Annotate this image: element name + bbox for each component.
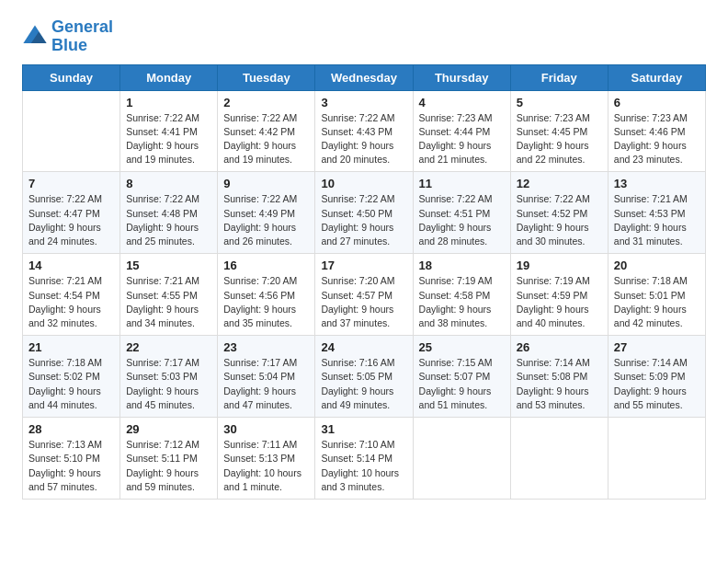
calendar-cell: [608, 418, 705, 500]
day-info: Sunrise: 7:22 AM Sunset: 4:42 PM Dayligh…: [223, 111, 309, 167]
day-number: 29: [126, 422, 211, 436]
weekday-header: Monday: [120, 64, 218, 90]
day-info: Sunrise: 7:22 AM Sunset: 4:51 PM Dayligh…: [419, 192, 505, 248]
day-number: 8: [126, 177, 211, 190]
day-number: 12: [517, 177, 602, 190]
calendar-header-row: SundayMondayTuesdayWednesdayThursdayFrid…: [23, 64, 706, 90]
day-info: Sunrise: 7:16 AM Sunset: 5:05 PM Dayligh…: [321, 356, 406, 412]
day-info: Sunrise: 7:22 AM Sunset: 4:49 PM Dayligh…: [223, 192, 309, 248]
day-number: 24: [321, 340, 406, 354]
calendar-cell: [413, 418, 510, 500]
day-info: Sunrise: 7:12 AM Sunset: 5:11 PM Dayligh…: [126, 438, 211, 494]
calendar-body: 1Sunrise: 7:22 AM Sunset: 4:41 PM Daylig…: [23, 90, 706, 499]
day-info: Sunrise: 7:17 AM Sunset: 5:03 PM Dayligh…: [126, 356, 211, 412]
calendar-cell: 31Sunrise: 7:10 AM Sunset: 5:14 PM Dayli…: [315, 418, 413, 500]
logo-icon: [22, 24, 48, 50]
day-info: Sunrise: 7:21 AM Sunset: 4:54 PM Dayligh…: [28, 274, 114, 330]
calendar-cell: 30Sunrise: 7:11 AM Sunset: 5:13 PM Dayli…: [218, 418, 315, 500]
day-number: 11: [419, 177, 505, 190]
day-number: 28: [28, 422, 114, 436]
day-number: 7: [28, 177, 114, 190]
day-info: Sunrise: 7:23 AM Sunset: 4:45 PM Dayligh…: [517, 111, 602, 167]
calendar-week-row: 28Sunrise: 7:13 AM Sunset: 5:10 PM Dayli…: [23, 418, 706, 500]
calendar: SundayMondayTuesdayWednesdayThursdayFrid…: [22, 64, 706, 500]
day-number: 18: [419, 259, 505, 272]
day-info: Sunrise: 7:19 AM Sunset: 4:59 PM Dayligh…: [517, 274, 602, 330]
calendar-cell: 11Sunrise: 7:22 AM Sunset: 4:51 PM Dayli…: [413, 172, 510, 254]
day-number: 19: [517, 259, 602, 272]
day-info: Sunrise: 7:20 AM Sunset: 4:57 PM Dayligh…: [321, 274, 406, 330]
day-number: 27: [614, 340, 700, 354]
calendar-cell: 15Sunrise: 7:21 AM Sunset: 4:55 PM Dayli…: [120, 254, 218, 336]
day-number: 17: [321, 259, 406, 272]
day-info: Sunrise: 7:22 AM Sunset: 4:43 PM Dayligh…: [321, 111, 406, 167]
calendar-cell: 16Sunrise: 7:20 AM Sunset: 4:56 PM Dayli…: [218, 254, 315, 336]
calendar-cell: 13Sunrise: 7:21 AM Sunset: 4:53 PM Dayli…: [608, 172, 705, 254]
day-info: Sunrise: 7:17 AM Sunset: 5:04 PM Dayligh…: [223, 356, 309, 412]
calendar-cell: 2Sunrise: 7:22 AM Sunset: 4:42 PM Daylig…: [218, 90, 315, 172]
day-info: Sunrise: 7:21 AM Sunset: 4:53 PM Dayligh…: [614, 192, 700, 248]
day-info: Sunrise: 7:23 AM Sunset: 4:44 PM Dayligh…: [419, 111, 505, 167]
day-number: 21: [28, 340, 114, 354]
calendar-cell: 23Sunrise: 7:17 AM Sunset: 5:04 PM Dayli…: [218, 336, 315, 418]
calendar-cell: 26Sunrise: 7:14 AM Sunset: 5:08 PM Dayli…: [510, 336, 608, 418]
calendar-cell: 22Sunrise: 7:17 AM Sunset: 5:03 PM Dayli…: [120, 336, 218, 418]
day-info: Sunrise: 7:20 AM Sunset: 4:56 PM Dayligh…: [223, 274, 309, 330]
day-number: 3: [321, 96, 406, 109]
day-info: Sunrise: 7:13 AM Sunset: 5:10 PM Dayligh…: [28, 438, 114, 494]
day-info: Sunrise: 7:11 AM Sunset: 5:13 PM Dayligh…: [223, 438, 309, 494]
day-number: 20: [614, 259, 700, 272]
day-info: Sunrise: 7:23 AM Sunset: 4:46 PM Dayligh…: [614, 111, 700, 167]
logo-text: General Blue: [51, 18, 113, 55]
calendar-cell: 12Sunrise: 7:22 AM Sunset: 4:52 PM Dayli…: [510, 172, 608, 254]
day-info: Sunrise: 7:18 AM Sunset: 5:01 PM Dayligh…: [614, 274, 700, 330]
day-number: 1: [126, 96, 211, 109]
day-info: Sunrise: 7:18 AM Sunset: 5:02 PM Dayligh…: [28, 356, 114, 412]
day-info: Sunrise: 7:10 AM Sunset: 5:14 PM Dayligh…: [321, 438, 406, 494]
calendar-week-row: 7Sunrise: 7:22 AM Sunset: 4:47 PM Daylig…: [23, 172, 706, 254]
calendar-cell: [510, 418, 608, 500]
day-info: Sunrise: 7:22 AM Sunset: 4:52 PM Dayligh…: [517, 192, 602, 248]
day-number: 23: [223, 340, 309, 354]
calendar-cell: 14Sunrise: 7:21 AM Sunset: 4:54 PM Dayli…: [23, 254, 120, 336]
calendar-cell: 10Sunrise: 7:22 AM Sunset: 4:50 PM Dayli…: [315, 172, 413, 254]
calendar-cell: 28Sunrise: 7:13 AM Sunset: 5:10 PM Dayli…: [23, 418, 120, 500]
calendar-cell: 4Sunrise: 7:23 AM Sunset: 4:44 PM Daylig…: [413, 90, 510, 172]
day-number: 15: [126, 259, 211, 272]
calendar-cell: 8Sunrise: 7:22 AM Sunset: 4:48 PM Daylig…: [120, 172, 218, 254]
weekday-header: Saturday: [608, 64, 705, 90]
calendar-week-row: 14Sunrise: 7:21 AM Sunset: 4:54 PM Dayli…: [23, 254, 706, 336]
calendar-cell: 7Sunrise: 7:22 AM Sunset: 4:47 PM Daylig…: [23, 172, 120, 254]
calendar-cell: 24Sunrise: 7:16 AM Sunset: 5:05 PM Dayli…: [315, 336, 413, 418]
day-number: 13: [614, 177, 700, 190]
page: General Blue SundayMondayTuesdayWednesda…: [0, 0, 728, 514]
day-number: 2: [223, 96, 309, 109]
day-info: Sunrise: 7:14 AM Sunset: 5:08 PM Dayligh…: [517, 356, 602, 412]
day-info: Sunrise: 7:21 AM Sunset: 4:55 PM Dayligh…: [126, 274, 211, 330]
day-info: Sunrise: 7:22 AM Sunset: 4:47 PM Dayligh…: [28, 192, 114, 248]
calendar-cell: 1Sunrise: 7:22 AM Sunset: 4:41 PM Daylig…: [120, 90, 218, 172]
day-number: 4: [419, 96, 505, 109]
calendar-cell: 9Sunrise: 7:22 AM Sunset: 4:49 PM Daylig…: [218, 172, 315, 254]
day-info: Sunrise: 7:19 AM Sunset: 4:58 PM Dayligh…: [419, 274, 505, 330]
calendar-cell: 19Sunrise: 7:19 AM Sunset: 4:59 PM Dayli…: [510, 254, 608, 336]
header: General Blue: [22, 18, 706, 55]
weekday-header: Tuesday: [218, 64, 315, 90]
calendar-cell: 25Sunrise: 7:15 AM Sunset: 5:07 PM Dayli…: [413, 336, 510, 418]
weekday-header: Friday: [510, 64, 608, 90]
weekday-header: Wednesday: [315, 64, 413, 90]
day-number: 14: [28, 259, 114, 272]
calendar-cell: 29Sunrise: 7:12 AM Sunset: 5:11 PM Dayli…: [120, 418, 218, 500]
calendar-cell: 3Sunrise: 7:22 AM Sunset: 4:43 PM Daylig…: [315, 90, 413, 172]
calendar-cell: 18Sunrise: 7:19 AM Sunset: 4:58 PM Dayli…: [413, 254, 510, 336]
day-info: Sunrise: 7:22 AM Sunset: 4:41 PM Dayligh…: [126, 111, 211, 167]
day-info: Sunrise: 7:15 AM Sunset: 5:07 PM Dayligh…: [419, 356, 505, 412]
day-number: 31: [321, 422, 406, 436]
day-info: Sunrise: 7:22 AM Sunset: 4:50 PM Dayligh…: [321, 192, 406, 248]
calendar-week-row: 21Sunrise: 7:18 AM Sunset: 5:02 PM Dayli…: [23, 336, 706, 418]
calendar-cell: 17Sunrise: 7:20 AM Sunset: 4:57 PM Dayli…: [315, 254, 413, 336]
day-number: 16: [223, 259, 309, 272]
calendar-week-row: 1Sunrise: 7:22 AM Sunset: 4:41 PM Daylig…: [23, 90, 706, 172]
calendar-cell: 6Sunrise: 7:23 AM Sunset: 4:46 PM Daylig…: [608, 90, 705, 172]
day-number: 30: [223, 422, 309, 436]
